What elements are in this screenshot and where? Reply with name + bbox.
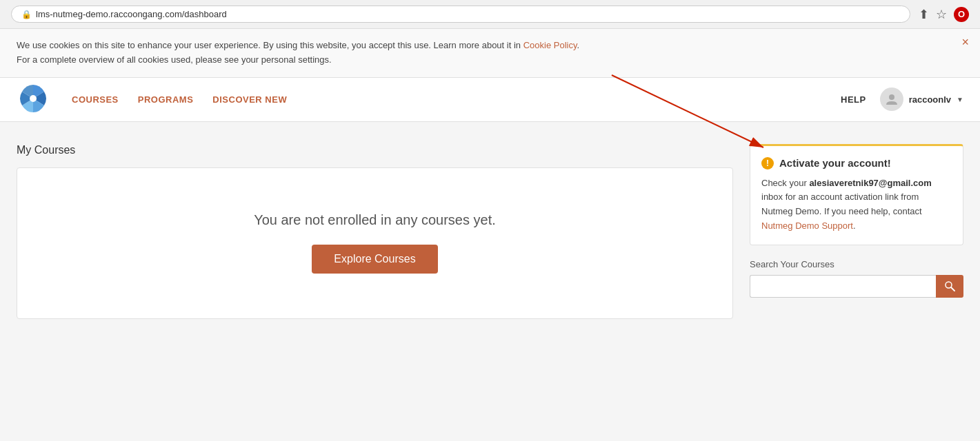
cookie-banner: We use cookies on this site to enhance y… [0,29,980,78]
cookie-close-button[interactable]: × [961,36,969,48]
activate-email: alesiaveretnik97@gmail.com [809,178,931,188]
navbar: COURSES PROGRAMS DISCOVER NEW HELP racco… [0,78,980,122]
bookmark-icon[interactable]: ☆ [936,7,947,22]
search-label: Search Your Courses [750,259,963,269]
address-bar[interactable]: 🔒 lms-nutmeg-demo.raccoongang.com/dashbo… [11,6,910,23]
activate-box: ! Activate your account! Check your ales… [750,144,963,245]
cookie-text: We use cookies on this site to enhance y… [17,40,579,50]
user-menu[interactable]: raccoonlv ▼ [880,88,963,111]
nav-discover[interactable]: DISCOVER NEW [212,94,287,105]
opera-icon: O [954,7,969,22]
svg-point-2 [889,94,894,100]
nav-programs[interactable]: PROGRAMS [138,94,194,105]
page-wrapper: COURSES PROGRAMS DISCOVER NEW HELP racco… [0,78,980,441]
activate-title: ! Activate your account! [761,157,952,170]
svg-line-6 [951,287,954,291]
warning-icon: ! [761,157,774,170]
navbar-links: COURSES PROGRAMS DISCOVER NEW [72,94,841,105]
browser-actions: ⬆ ☆ O [919,7,969,22]
search-icon [944,280,955,291]
cookie-text-2: For a complete overview of all cookies u… [17,54,332,65]
search-section: Search Your Courses [750,259,963,298]
search-row [750,275,963,298]
empty-courses-box: You are not enrolled in any courses yet.… [17,167,733,319]
support-link[interactable]: Nutmeg Demo Support [761,220,853,231]
sidebar: ! Activate your account! Check your ales… [750,144,963,431]
avatar [880,88,903,111]
explore-courses-button[interactable]: Explore Courses [312,245,437,274]
browser-chrome: 🔒 lms-nutmeg-demo.raccoongang.com/dashbo… [0,0,980,29]
url-text: lms-nutmeg-demo.raccoongang.com/dashboar… [36,9,227,19]
username-label: raccoonlv [909,94,951,105]
courses-section: My Courses You are not enrolled in any c… [17,144,733,431]
navbar-right: HELP raccoonlv ▼ [841,88,963,111]
help-link[interactable]: HELP [841,94,866,105]
lock-icon: 🔒 [21,10,32,19]
search-button[interactable] [936,275,963,298]
activate-heading: Activate your account! [779,157,891,169]
activate-text: Check your alesiaveretnik97@gmail.com in… [761,176,952,234]
cookie-policy-link[interactable]: Cookie Policy [523,40,577,50]
main-content: My Courses You are not enrolled in any c… [0,122,980,441]
nav-courses[interactable]: COURSES [72,94,119,105]
share-icon[interactable]: ⬆ [919,7,929,22]
search-input[interactable] [750,275,936,298]
section-title: My Courses [17,144,733,156]
dropdown-caret: ▼ [957,96,963,103]
svg-point-1 [30,95,37,102]
logo-svg [17,82,50,115]
logo[interactable] [17,82,50,117]
empty-message: You are not enrolled in any courses yet. [254,212,496,228]
